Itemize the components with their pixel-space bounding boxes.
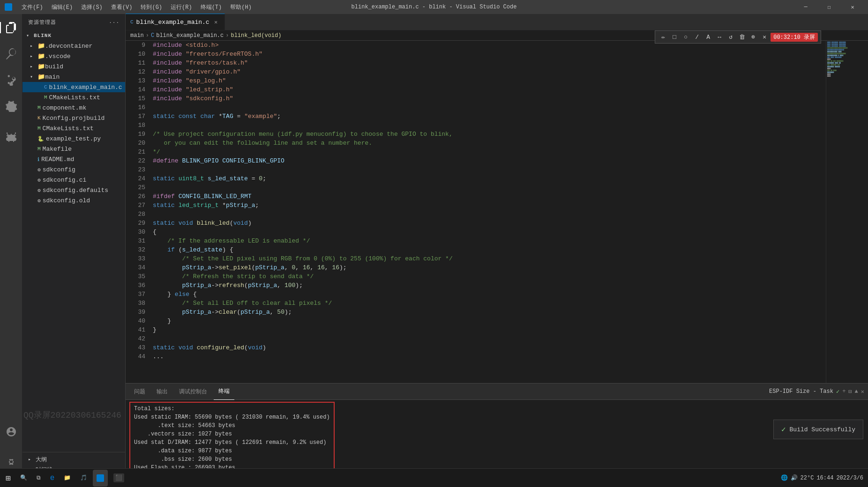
annot-add-btn[interactable]: ⊕ — [748, 32, 758, 42]
tree-makefile[interactable]: M Makefile — [22, 144, 125, 154]
panel-close-icon[interactable]: ✕ — [861, 388, 864, 395]
menu-terminal[interactable]: 终端(T) — [197, 2, 226, 12]
taskbar-edge[interactable]: e — [46, 470, 59, 487]
close-button[interactable]: ✕ — [842, 0, 863, 14]
terminal-output: Total sizes: Used static IRAM: 55690 byt… — [126, 400, 868, 477]
breadcrumb-function[interactable]: blink_led(void) — [231, 32, 281, 39]
search-icon[interactable] — [0, 43, 22, 65]
editor-tab-blink-main[interactable]: C blink_example_main.c ✕ — [126, 14, 225, 30]
taskbar-search[interactable]: 🔍 — [16, 470, 31, 487]
build-success-text: Build Successfully — [790, 426, 855, 433]
menu-view[interactable]: 查看(V) — [107, 2, 136, 12]
tree-blink-main-c[interactable]: C blink_example_main.c — [22, 82, 125, 92]
menu-help[interactable]: 帮助(H) — [226, 2, 255, 12]
window-controls[interactable]: ─ ☐ ✕ — [795, 0, 863, 14]
tree-devcontainer[interactable]: ▸ 📁 .devcontainer — [22, 41, 125, 51]
tree-sdkconfig-old[interactable]: ⚙ sdkconfig.old — [22, 195, 125, 206]
taskbar-temperature: 22°C — [801, 475, 814, 481]
minimap: ████ ████████ ████████ ████ ████████ ███… — [826, 41, 868, 383]
menu-file[interactable]: 文件(F) — [18, 2, 47, 12]
tree-kconfig[interactable]: K Kconfig.projbuild — [22, 113, 125, 123]
extensions-icon[interactable] — [0, 95, 22, 118]
annot-circle-btn[interactable]: ○ — [681, 32, 691, 42]
taskbar-date: 2022/3/6 — [836, 475, 863, 481]
sidebar-header: 资源管理器 ··· — [22, 14, 125, 30]
build-success-check-icon: ✓ — [781, 425, 786, 434]
title-bar-left: 文件(F) 编辑(E) 选择(S) 查看(V) 转到(G) 运行(R) 终端(T… — [5, 2, 255, 12]
panel-toolbar: ESP-IDF Size - Task ✓ + ⊟ ▲ ✕ — [769, 388, 864, 395]
menu-select[interactable]: 选择(S) — [77, 2, 106, 12]
code-editor: 910111213 1415161718 1920212223 24252627… — [126, 41, 868, 383]
menu-run[interactable]: 运行(R) — [167, 2, 196, 12]
taskbar-right: 🌐 🔊 22°C 16:44 2022/3/6 — [781, 474, 866, 481]
explorer-icon[interactable] — [0, 16, 22, 39]
terminal-panel: 问题 输出 调试控制台 终端 ESP-IDF Size - Task ✓ + ⊟… — [126, 383, 868, 477]
source-control-icon[interactable] — [0, 69, 22, 91]
annot-line-btn[interactable]: / — [692, 32, 702, 42]
taskbar-start[interactable]: ⊞ — [2, 470, 15, 487]
menu-edit[interactable]: 编辑(E) — [48, 2, 77, 12]
breadcrumb-main[interactable]: main — [130, 32, 144, 39]
menu-goto[interactable]: 转到(G) — [137, 2, 166, 12]
tree-sdkconfig-ci[interactable]: ⚙ sdkconfig.ci — [22, 175, 125, 185]
panel-tab-debug[interactable]: 调试控制台 — [174, 384, 212, 400]
tree-cmakelists-main[interactable]: M CMakeLists.txt — [22, 92, 125, 103]
editor-area: C blink_example_main.c ✕ main › C blink_… — [126, 14, 868, 477]
taskbar-explorer[interactable]: 📁 — [60, 470, 75, 487]
panel-maximize-icon[interactable]: ▲ — [855, 388, 858, 395]
panel-split-icon[interactable]: ⊟ — [848, 388, 852, 395]
annot-delete-btn[interactable]: 🗑 — [737, 32, 747, 42]
window-title: blink_example_main.c - blink - Visual St… — [352, 4, 517, 10]
breadcrumb-filename[interactable]: blink_example_main.c — [156, 32, 224, 39]
annot-rect-btn[interactable]: □ — [669, 32, 680, 42]
app-icon — [5, 3, 12, 11]
annot-close-btn[interactable]: ✕ — [759, 32, 770, 42]
tree-component-mk[interactable]: M component.mk — [22, 103, 125, 113]
minimize-button[interactable]: ─ — [795, 0, 816, 14]
recording-timer: 00:32:10 录屏 — [771, 33, 818, 42]
debug-icon[interactable] — [0, 125, 22, 148]
annotation-toolbar: ✏ □ ○ / A ↔ ↺ 🗑 ⊕ ✕ 00:32:10 录屏 — [655, 30, 821, 44]
tab-bar: C blink_example_main.c ✕ — [126, 14, 868, 30]
annot-text-btn[interactable]: A — [703, 32, 713, 42]
sidebar-more-icon[interactable]: ··· — [109, 20, 120, 25]
activity-bar — [0, 14, 22, 477]
taskbar-vscode[interactable] — [93, 470, 108, 487]
terminal-output-box: Total sizes: Used static IRAM: 55690 byt… — [129, 402, 335, 477]
tree-readme[interactable]: ℹ README.md — [22, 154, 125, 164]
menu-bar[interactable]: 文件(F) 编辑(E) 选择(S) 查看(V) 转到(G) 运行(R) 终端(T… — [18, 2, 255, 12]
tree-sdkconfig-defaults[interactable]: ⚙ sdkconfig.defaults — [22, 185, 125, 195]
taskbar-terminal[interactable]: ⬛ — [110, 470, 128, 487]
line-numbers: 910111213 1415161718 1920212223 24252627… — [126, 41, 149, 383]
panel-tab-output[interactable]: 输出 — [152, 384, 172, 400]
tree-example-test-py[interactable]: 🐍 example_test.py — [22, 133, 125, 144]
taskbar-media[interactable]: 🎵 — [76, 470, 91, 487]
tree-cmakelists-root[interactable]: M CMakeLists.txt — [22, 123, 125, 133]
panel-tab-bar: 问题 输出 调试控制台 终端 ESP-IDF Size - Task ✓ + ⊟… — [126, 384, 868, 400]
maximize-button[interactable]: ☐ — [818, 0, 840, 14]
taskbar: ⊞ 🔍 ⧉ e 📁 🎵 ⬛ 🌐 🔊 22°C 16:44 2022/3/6 — [0, 468, 868, 487]
annot-undo-btn[interactable]: ↺ — [726, 32, 736, 42]
tree-build[interactable]: ▸ 📁 build — [22, 61, 125, 72]
annot-pencil-btn[interactable]: ✏ — [658, 32, 668, 42]
tree-sdkconfig[interactable]: ⚙ sdkconfig — [22, 164, 125, 175]
tab-close-button[interactable]: ✕ — [212, 18, 220, 26]
taskbar-time: 16:44 — [816, 475, 833, 481]
sidebar: 资源管理器 ··· ▾ BLINK ▸ 📁 .devcontainer ▸ 📁 … — [22, 14, 126, 477]
tree-main[interactable]: ▾ 📁 main — [22, 72, 125, 82]
annot-arrow-btn[interactable]: ↔ — [714, 32, 725, 42]
panel-tab-terminal[interactable]: 终端 — [214, 384, 234, 400]
panel-check-icon: ✓ — [836, 388, 839, 395]
panel-add-icon[interactable]: + — [842, 388, 846, 395]
build-success-notification: ✓ Build Successfully — [773, 420, 863, 439]
panel-task-label: ESP-IDF Size - Task — [769, 388, 833, 395]
taskbar-network-icon: 🌐 — [781, 474, 788, 481]
code-lines[interactable]: #include <stdio.h> #include "freertos/Fr… — [149, 41, 826, 383]
panel-tab-problems[interactable]: 问题 — [129, 384, 150, 400]
tree-blink[interactable]: ▾ BLINK — [22, 30, 125, 41]
taskbar-taskview[interactable]: ⧉ — [33, 470, 45, 487]
tree-vscode[interactable]: ▸ 📁 .vscode — [22, 51, 125, 61]
outline-section[interactable]: ▸ 大纲 — [26, 454, 121, 465]
accounts-icon[interactable] — [0, 421, 22, 443]
file-tree: ▾ BLINK ▸ 📁 .devcontainer ▸ 📁 .vscode ▸ … — [22, 30, 125, 452]
